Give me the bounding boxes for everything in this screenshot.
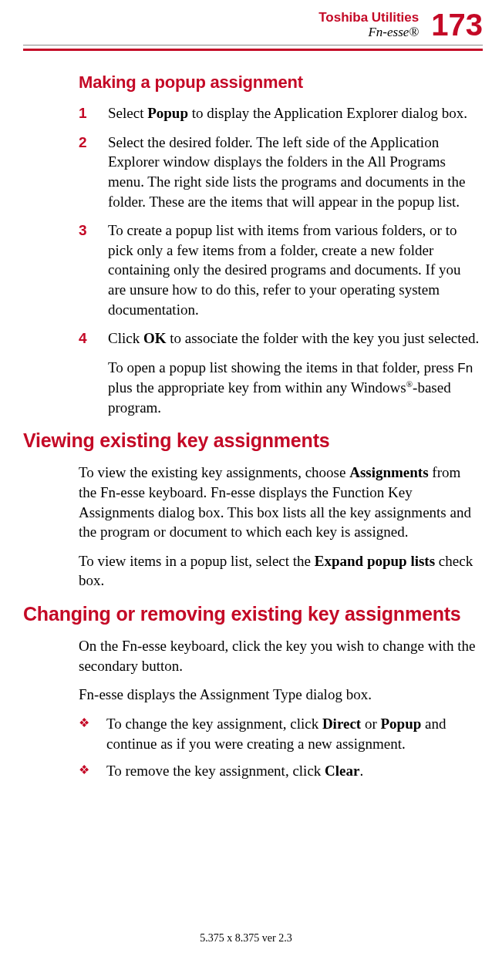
heading-changing: Changing or removing existing key assign…: [23, 603, 481, 625]
page-header: Toshiba Utilities Fn-esse® 173: [23, 8, 483, 40]
chapter-title: Toshiba Utilities: [318, 11, 419, 25]
heading-viewing: Viewing existing key assignments: [23, 429, 481, 452]
divider-thin: [23, 45, 483, 45]
diamond-icon: ❖: [79, 761, 91, 781]
step-2: 2 Select the desired folder. The left si…: [79, 133, 481, 212]
viewing-paragraph-2: To view items in a popup list, select th…: [79, 551, 481, 591]
step-text: Click OK to associate the folder with th…: [108, 328, 479, 349]
bullet-item: ❖ To remove the key assignment, click Cl…: [79, 761, 481, 781]
heading-making-popup: Making a popup assignment: [79, 72, 481, 93]
footer-text: 5.375 x 8.375 ver 2.3: [0, 932, 492, 945]
step-text: To create a popup list with items from v…: [108, 221, 481, 319]
step-number: 2: [79, 133, 89, 212]
step-number: 4: [79, 328, 89, 349]
step-text: Select the desired folder. The left side…: [108, 133, 481, 212]
diamond-icon: ❖: [79, 714, 91, 753]
step-1: 1 Select Popup to display the Applicatio…: [79, 103, 481, 123]
step-number: 3: [79, 221, 89, 319]
changing-paragraph-1: On the Fn-esse keyboard, click the key y…: [79, 636, 481, 675]
step-text: Select Popup to display the Application …: [108, 103, 467, 123]
step-4: 4 Click OK to associate the folder with …: [79, 328, 481, 349]
page-number: 173: [431, 8, 483, 40]
step-3: 3 To create a popup list with items from…: [79, 221, 481, 319]
changing-paragraph-2: Fn-esse displays the Assignment Type dia…: [79, 685, 481, 705]
fn-key-text: Fn: [457, 361, 473, 375]
bullet-text: To change the key assignment, click Dire…: [106, 714, 481, 753]
bullet-item: ❖ To change the key assignment, click Di…: [79, 714, 481, 753]
viewing-paragraph-1: To view the existing key assignments, ch…: [79, 463, 481, 542]
bullet-text: To remove the key assignment, click Clea…: [106, 761, 363, 781]
header-section: Fn-esse®: [318, 25, 419, 40]
step-number: 1: [79, 103, 89, 123]
post-step-paragraph: To open a popup list showing the items i…: [108, 358, 481, 417]
divider-accent: [23, 49, 483, 51]
